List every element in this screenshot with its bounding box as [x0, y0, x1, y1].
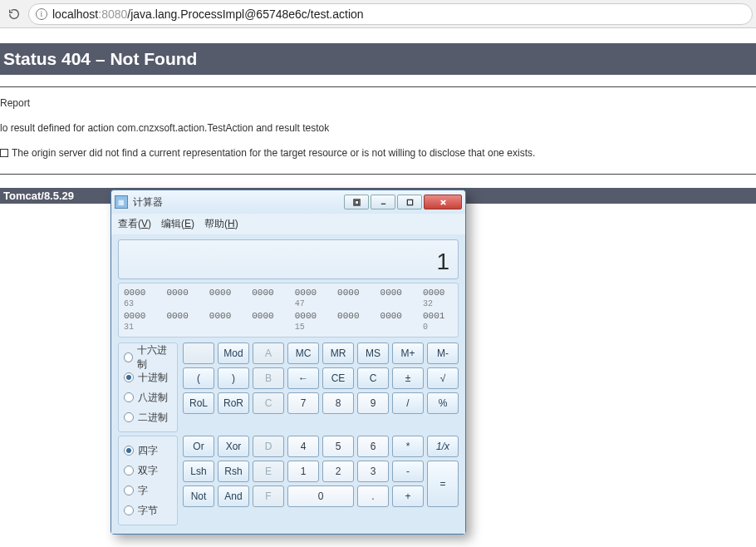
rol-button[interactable]: RoL: [183, 392, 214, 414]
url-port: :8080: [98, 7, 127, 21]
radix-panel: 十六进制 十进制 八进制 二进制: [118, 342, 178, 432]
wordsize-panel: 四字 双字 字 字节: [118, 436, 178, 525]
lower-panel: 四字 双字 字 字节 Or Xor D 4 5 6 * 1/x Lsh Rsh …: [118, 436, 459, 525]
negate-button[interactable]: ±: [392, 367, 424, 389]
app-icon: ▦: [115, 195, 128, 209]
num-4-button[interactable]: 4: [287, 436, 319, 457]
calculator-window: ▦ 计算器 查看(V) 编辑(E) 帮助(H) 1 00000000000000…: [110, 190, 466, 535]
sqrt-button[interactable]: √: [427, 367, 459, 389]
c-clear-button[interactable]: C: [357, 367, 389, 389]
close-button[interactable]: [424, 195, 462, 209]
bit-row-1: 00000000000000000000000000000000: [124, 287, 453, 298]
radio-icon: [124, 352, 133, 362]
page-content: Status 404 – Not Found Report lo result …: [0, 43, 756, 204]
num-3-button[interactable]: 3: [357, 461, 389, 482]
menu-help[interactable]: 帮助(H): [204, 217, 238, 231]
a-button[interactable]: A: [253, 342, 284, 364]
radio-icon: [124, 466, 134, 476]
percent-button[interactable]: %: [427, 392, 459, 414]
plus-button[interactable]: +: [392, 485, 424, 507]
or-button[interactable]: Or: [183, 436, 214, 457]
num-0-button[interactable]: 0: [287, 485, 354, 507]
error-type: Report: [0, 94, 756, 112]
rparen-button[interactable]: ): [218, 367, 249, 389]
address-bar[interactable]: i localhost:8080/java.lang.ProcessImpl@6…: [28, 3, 753, 25]
menu-bar: 查看(V) 编辑(E) 帮助(H): [111, 214, 465, 234]
radio-icon: [124, 446, 134, 456]
radio-icon: [124, 485, 134, 495]
bit-labels-1: 634732: [124, 298, 453, 310]
d-button[interactable]: D: [253, 436, 284, 457]
help-button[interactable]: [344, 195, 369, 209]
mc-button[interactable]: MC: [287, 342, 319, 364]
window-title: 计算器: [133, 195, 163, 209]
reload-icon: [7, 7, 21, 21]
ror-button[interactable]: RoR: [218, 392, 249, 414]
ce-button[interactable]: CE: [322, 367, 354, 389]
reload-button[interactable]: [3, 3, 25, 25]
word-dword[interactable]: 双字: [124, 461, 172, 480]
b-button[interactable]: B: [253, 367, 284, 389]
num-7-button[interactable]: 7: [287, 392, 319, 414]
display: 1: [118, 239, 459, 279]
bit-labels-2: 31150: [124, 322, 453, 333]
radix-hex[interactable]: 十六进制: [124, 347, 172, 367]
divider: [0, 174, 756, 175]
radix-bin[interactable]: 二进制: [124, 407, 172, 427]
reciprocal-button[interactable]: 1/x: [427, 436, 459, 457]
mod-button[interactable]: Mod: [218, 342, 249, 364]
divider: [0, 86, 756, 87]
num-1-button[interactable]: 1: [287, 461, 319, 482]
menu-view[interactable]: 查看(V): [118, 217, 151, 231]
bullet-icon: [0, 149, 8, 157]
multiply-button[interactable]: *: [392, 436, 424, 457]
rsh-button[interactable]: Rsh: [218, 461, 249, 482]
error-heading: Status 404 – Not Found: [0, 43, 756, 75]
info-icon: i: [36, 8, 47, 20]
word-qword[interactable]: 四字: [124, 441, 172, 461]
calculator-body: 1 00000000000000000000000000000000 63473…: [111, 234, 465, 534]
svg-rect-3: [407, 200, 412, 205]
minus-button[interactable]: -: [392, 461, 424, 482]
error-message: lo result defined for action com.cnzxsof…: [0, 119, 756, 137]
lsh-button[interactable]: Lsh: [183, 461, 214, 482]
f-button[interactable]: F: [253, 485, 284, 507]
c-hex-button[interactable]: C: [253, 392, 284, 414]
not-button[interactable]: Not: [183, 485, 214, 507]
xor-button[interactable]: Xor: [218, 436, 249, 457]
mminus-button[interactable]: M-: [427, 342, 459, 364]
titlebar[interactable]: ▦ 计算器: [111, 190, 465, 214]
lparen-button[interactable]: (: [183, 367, 214, 389]
num-5-button[interactable]: 5: [322, 436, 354, 457]
radix-oct[interactable]: 八进制: [124, 387, 172, 407]
num-6-button[interactable]: 6: [357, 436, 389, 457]
minimize-button[interactable]: [371, 195, 395, 209]
and-button[interactable]: And: [218, 485, 249, 507]
radio-icon: [124, 392, 134, 402]
word-word[interactable]: 字: [124, 480, 172, 500]
menu-edit[interactable]: 编辑(E): [161, 217, 194, 231]
url-path: /java.lang.ProcessImpl@65748e6c/test.act…: [127, 7, 363, 21]
svg-rect-1: [355, 200, 359, 205]
e-button[interactable]: E: [253, 461, 284, 482]
bit-display: 00000000000000000000000000000000 634732 …: [118, 283, 459, 338]
radio-icon: [124, 372, 134, 382]
num-8-button[interactable]: 8: [322, 392, 354, 414]
decimal-button[interactable]: .: [357, 485, 389, 507]
mplus-button[interactable]: M+: [392, 342, 424, 364]
maximize-button[interactable]: [397, 195, 422, 209]
ms-button[interactable]: MS: [357, 342, 389, 364]
radix-dec[interactable]: 十进制: [124, 367, 172, 387]
backspace-button[interactable]: ←: [287, 367, 319, 389]
num-9-button[interactable]: 9: [357, 392, 389, 414]
bit-row-2: 00000000000000000000000000000001: [124, 310, 453, 322]
divide-button[interactable]: /: [392, 392, 424, 414]
blank-button: [183, 342, 214, 364]
mr-button[interactable]: MR: [322, 342, 354, 364]
error-description: The origin server did not find a current…: [12, 144, 535, 162]
word-byte[interactable]: 字节: [124, 500, 172, 520]
upper-panel: 十六进制 十进制 八进制 二进制 Mod A MC MR MS M+ M- ( …: [118, 342, 459, 432]
num-2-button[interactable]: 2: [322, 461, 354, 482]
equals-button[interactable]: =: [427, 461, 459, 507]
radio-icon: [124, 505, 134, 515]
